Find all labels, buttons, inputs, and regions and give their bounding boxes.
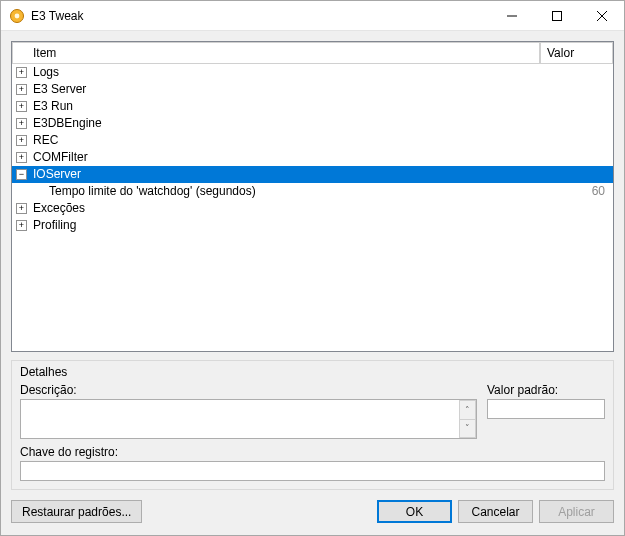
expand-icon[interactable]: + <box>16 152 27 163</box>
client-area: Item Valor + Logs + E3 Server + E3 Run <box>1 31 624 490</box>
tree-item-label: E3 Server <box>31 81 540 98</box>
tree-item-label: Exceções <box>31 200 540 217</box>
tree-body[interactable]: + Logs + E3 Server + E3 Run + E3DBEngine <box>12 64 613 351</box>
tree-item-label: Profiling <box>31 217 540 234</box>
tree-item[interactable]: + Profiling <box>12 217 613 234</box>
expand-icon[interactable]: + <box>16 67 27 78</box>
restore-defaults-button[interactable]: Restaurar padrões... <box>11 500 142 523</box>
svg-rect-3 <box>552 11 561 20</box>
app-window: E3 Tweak Item Valor + Logs <box>0 0 625 536</box>
close-button[interactable] <box>579 1 624 30</box>
tree-item[interactable]: + E3 Server <box>12 81 613 98</box>
cancel-button[interactable]: Cancelar <box>458 500 533 523</box>
tree-item[interactable]: + COMFilter <box>12 149 613 166</box>
tree-item-label: Logs <box>31 64 540 81</box>
window-title: E3 Tweak <box>31 9 83 23</box>
description-field[interactable]: ˄ ˅ <box>20 399 477 439</box>
tree-header: Item Valor <box>12 42 613 64</box>
tree-item[interactable]: + Logs <box>12 64 613 81</box>
registry-key-field[interactable] <box>20 461 605 481</box>
app-icon <box>9 8 25 24</box>
apply-button[interactable]: Aplicar <box>539 500 614 523</box>
button-bar: Restaurar padrões... OK Cancelar Aplicar <box>1 490 624 535</box>
details-panel: Detalhes Descrição: ˄ ˅ Valor padrão: <box>11 360 614 490</box>
registry-key-label: Chave do registro: <box>20 445 605 459</box>
column-header-valor[interactable]: Valor <box>540 42 613 63</box>
expand-icon[interactable]: + <box>16 135 27 146</box>
description-label: Descrição: <box>20 383 477 397</box>
ok-button[interactable]: OK <box>377 500 452 523</box>
description-scroll[interactable]: ˄ ˅ <box>459 400 476 438</box>
tree-item-ioserver[interactable]: − IOServer <box>12 166 613 183</box>
tree-item[interactable]: + E3DBEngine <box>12 115 613 132</box>
tree-item-watchdog-timeout[interactable]: Tempo limite do 'watchdog' (segundos) 60 <box>12 183 613 200</box>
settings-tree[interactable]: Item Valor + Logs + E3 Server + E3 Run <box>11 41 614 352</box>
tree-item[interactable]: + REC <box>12 132 613 149</box>
maximize-button[interactable] <box>534 1 579 30</box>
default-value-label: Valor padrão: <box>487 383 605 397</box>
tree-item-label: COMFilter <box>31 149 540 166</box>
scroll-up-icon[interactable]: ˄ <box>460 400 476 419</box>
expand-icon[interactable]: + <box>16 203 27 214</box>
expand-icon[interactable]: + <box>16 118 27 129</box>
svg-point-1 <box>15 13 20 18</box>
tree-item-label: REC <box>31 132 540 149</box>
tree-item-label: IOServer <box>31 166 540 183</box>
details-group-title: Detalhes <box>20 365 605 379</box>
minimize-button[interactable] <box>489 1 534 30</box>
tree-item-label: E3DBEngine <box>31 115 540 132</box>
expand-icon[interactable]: + <box>16 84 27 95</box>
default-value-field[interactable] <box>487 399 605 419</box>
titlebar: E3 Tweak <box>1 1 624 31</box>
expand-icon[interactable]: + <box>16 220 27 231</box>
column-header-item[interactable]: Item <box>12 42 540 63</box>
tree-item-value[interactable]: 60 <box>540 183 613 200</box>
expand-icon[interactable]: + <box>16 101 27 112</box>
collapse-icon[interactable]: − <box>16 169 27 180</box>
scroll-down-icon[interactable]: ˅ <box>460 419 476 439</box>
tree-item[interactable]: + Exceções <box>12 200 613 217</box>
tree-item-label: Tempo limite do 'watchdog' (segundos) <box>31 183 540 200</box>
tree-item-label: E3 Run <box>31 98 540 115</box>
tree-item[interactable]: + E3 Run <box>12 98 613 115</box>
